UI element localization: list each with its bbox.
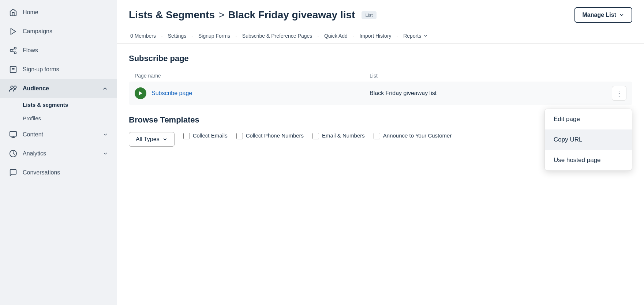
tab-subscribe-pref[interactable]: Subscribe & Preference Pages	[241, 29, 314, 43]
context-menu-edit-page[interactable]: Edit page	[545, 109, 632, 129]
sidebar-item-content[interactable]: Content	[0, 125, 117, 144]
svg-marker-15	[139, 91, 142, 95]
breadcrumb-row: Lists & Segments > Black Friday giveaway…	[129, 7, 632, 23]
all-types-label: All Types	[136, 136, 160, 143]
chevron-down-icon	[103, 151, 108, 156]
col-page-name: Page name	[135, 73, 370, 79]
table-row: Subscribe page Black Friday giveaway lis…	[129, 82, 632, 105]
content-area: Subscribe page Page name List Subscribe …	[117, 44, 644, 305]
analytics-icon	[9, 149, 18, 158]
svg-marker-0	[11, 29, 16, 35]
sidebar-audience-label: Audience	[23, 85, 49, 92]
subscribe-section: Subscribe page Page name List Subscribe …	[129, 54, 632, 105]
sidebar-item-profiles[interactable]: Profiles	[23, 112, 117, 125]
tab-reports[interactable]: Reports	[402, 29, 429, 43]
play-triangle	[138, 91, 143, 96]
list-badge: List	[362, 11, 376, 19]
sidebar-item-label: Analytics	[23, 150, 46, 157]
sidebar-item-label: Sign-up forms	[23, 66, 59, 73]
sidebar-item-label: Home	[23, 9, 38, 16]
manage-list-label: Manage List	[583, 12, 616, 18]
subscribe-section-title: Subscribe page	[129, 54, 632, 63]
col-list: List	[370, 73, 604, 79]
audience-section: Audience Lists & segments Profiles	[0, 79, 117, 125]
row-page-name-cell: Subscribe page	[135, 87, 370, 99]
main-content: Lists & Segments > Black Friday giveaway…	[117, 0, 644, 305]
svg-point-10	[14, 86, 16, 89]
email-numbers-checkbox-group[interactable]: Email & Numbers	[312, 132, 365, 139]
email-numbers-checkbox[interactable]	[312, 133, 319, 139]
chevron-down-icon	[162, 137, 168, 142]
collect-emails-checkbox[interactable]	[183, 133, 190, 139]
breadcrumb-sep: >	[218, 9, 224, 21]
context-menu: Edit page Copy URL Use hosted page	[544, 109, 632, 171]
chevron-down-icon	[423, 34, 428, 38]
announce-checkbox[interactable]	[374, 133, 380, 139]
context-menu-copy-url[interactable]: Copy URL	[545, 129, 632, 150]
nav-tabs: 0 Members - Settings - Signup Forms - Su…	[129, 29, 632, 43]
sidebar-item-audience[interactable]: Audience	[0, 79, 117, 98]
chevron-down-icon	[619, 12, 624, 18]
sidebar-item-campaigns[interactable]: Campaigns	[0, 22, 117, 41]
tab-signup-forms[interactable]: Signup Forms	[197, 29, 232, 43]
breadcrumb: Lists & Segments > Black Friday giveaway…	[129, 9, 377, 21]
sidebar-item-flows[interactable]: Flows	[0, 41, 117, 60]
sidebar-item-label: Content	[23, 131, 43, 138]
tab-members[interactable]: 0 Members	[129, 29, 157, 43]
sidebar-item-analytics[interactable]: Analytics	[0, 144, 117, 163]
content-icon	[9, 130, 18, 139]
collect-emails-label: Collect Emails	[193, 132, 228, 139]
subscribe-page-link[interactable]: Subscribe page	[151, 90, 192, 97]
flows-icon	[9, 46, 18, 55]
announce-label: Announce to Your Customer	[383, 132, 452, 139]
table-header: Page name List	[129, 70, 632, 82]
sidebar-item-signup-forms[interactable]: Sign-up forms	[0, 60, 117, 79]
announce-checkbox-group[interactable]: Announce to Your Customer	[374, 132, 452, 139]
collect-emails-checkbox-group[interactable]: Collect Emails	[183, 132, 228, 139]
audience-icon	[9, 84, 18, 93]
sidebar-item-home[interactable]: Home	[0, 3, 117, 22]
sidebar-item-lists-segments[interactable]: Lists & segments	[23, 98, 117, 112]
svg-point-9	[11, 86, 13, 89]
breadcrumb-page: Black Friday giveaway list	[228, 9, 355, 21]
sidebar: Home Campaigns Flows Sign-up forms	[0, 0, 117, 305]
collect-phone-label: Collect Phone Numbers	[246, 132, 304, 139]
play-icon	[135, 87, 146, 99]
sidebar-item-conversations[interactable]: Conversations	[0, 163, 117, 182]
chevron-up-icon	[102, 86, 108, 91]
home-icon	[9, 8, 18, 17]
sidebar-item-label: Conversations	[23, 169, 60, 176]
manage-list-button[interactable]: Manage List	[574, 7, 632, 23]
audience-sub-menu: Lists & segments Profiles	[0, 98, 117, 125]
conversations-icon	[9, 168, 18, 177]
campaigns-icon	[9, 27, 18, 36]
context-menu-use-hosted[interactable]: Use hosted page	[545, 150, 632, 170]
email-numbers-label: Email & Numbers	[322, 132, 365, 139]
sidebar-item-label: Flows	[23, 47, 38, 54]
row-actions-button[interactable]: ⋮	[612, 86, 626, 101]
all-types-button[interactable]: All Types	[129, 132, 175, 147]
svg-line-4	[12, 51, 14, 52]
collect-phone-checkbox[interactable]	[236, 133, 243, 139]
row-list-name: Black Friday giveaway list	[370, 90, 604, 97]
page-header: Lists & Segments > Black Friday giveaway…	[117, 0, 644, 44]
tab-settings[interactable]: Settings	[166, 29, 188, 43]
reports-label: Reports	[403, 33, 421, 39]
forms-icon	[9, 65, 18, 74]
breadcrumb-start: Lists & Segments	[129, 9, 215, 21]
tab-import-history[interactable]: Import History	[358, 29, 393, 43]
chevron-down-icon	[103, 132, 108, 137]
collect-phone-checkbox-group[interactable]: Collect Phone Numbers	[236, 132, 304, 139]
tab-quick-add[interactable]: Quick Add	[323, 29, 349, 43]
svg-line-5	[12, 49, 14, 50]
sidebar-item-label: Campaigns	[23, 28, 52, 35]
svg-rect-11	[10, 132, 16, 136]
